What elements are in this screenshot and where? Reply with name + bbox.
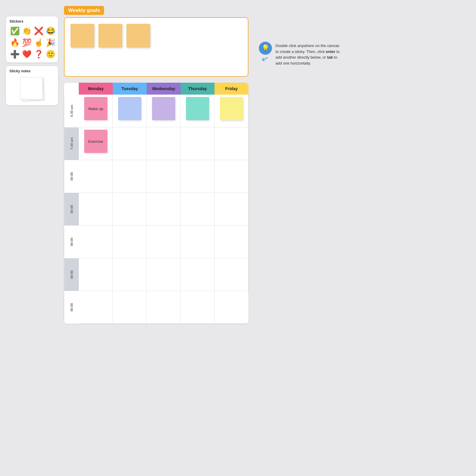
sticker-clap[interactable]: 👏 [21, 26, 32, 36]
tip-arrow: ↙ [260, 53, 270, 65]
cell-fri-730[interactable] [214, 127, 248, 160]
time-label-5: 00:00 [64, 226, 79, 258]
sticker-point-up[interactable]: ☝️ [33, 37, 44, 48]
sticky-fri-630[interactable] [220, 97, 243, 120]
sticky-notes-preview [10, 76, 54, 102]
stickers-panel: Stickers ✅ 👏 ❌ 😂 🔥 💯 ☝️ 🎉 ➕ ❤️ ❓ 🙂 [6, 16, 58, 62]
cell-tue-5[interactable] [113, 226, 147, 258]
sticker-hundred[interactable]: 💯 [21, 37, 32, 48]
sticker-plus[interactable]: ➕ [10, 49, 20, 60]
cell-fri-3[interactable] [214, 160, 248, 193]
main-content: Weekly goals Monday Tuesday Wednesday Th… [64, 6, 248, 324]
cell-mon-7[interactable] [79, 291, 113, 324]
cell-tue-4[interactable] [113, 193, 147, 226]
tip-icon-wrapper: 💡 ↙ [259, 42, 272, 55]
cell-fri-5[interactable] [214, 226, 248, 258]
sticker-laugh[interactable]: 😂 [45, 26, 56, 36]
goal-sticky-1[interactable] [71, 24, 94, 48]
note-page-3 [20, 77, 43, 99]
weekly-goals-board[interactable] [64, 17, 248, 77]
sticker-checkmark[interactable]: ✅ [10, 26, 20, 36]
bulb-icon: 💡 [262, 44, 270, 52]
cell-wed-3[interactable] [147, 160, 181, 193]
goal-sticky-2[interactable] [98, 24, 122, 48]
sticker-party[interactable]: 🎉 [45, 37, 56, 48]
day-friday: Friday [214, 83, 248, 95]
cell-fri-7[interactable] [214, 291, 248, 324]
weekly-goals-title: Weekly goals [64, 6, 104, 15]
day-thursday: Thursday [181, 83, 214, 95]
cell-thu-7[interactable] [181, 291, 214, 324]
cell-tue-730[interactable] [113, 127, 147, 160]
sticker-smile[interactable]: 🙂 [45, 49, 56, 60]
cell-thu-730[interactable] [181, 127, 214, 160]
day-monday: Monday [79, 83, 113, 95]
cell-mon-6[interactable] [79, 258, 113, 291]
sticky-wed-630[interactable] [152, 97, 175, 120]
day-tuesday: Tuesday [113, 83, 147, 95]
schedule-header-empty [64, 83, 79, 95]
note-stack [20, 77, 44, 101]
time-label-7: 00:00 [64, 291, 79, 324]
cell-fri-4[interactable] [214, 193, 248, 226]
weekly-goals-section: Weekly goals [64, 6, 248, 77]
time-label-630: 6:30 am [64, 95, 79, 127]
sticky-mon-630[interactable]: Wake up [84, 97, 107, 120]
time-label-6: 00:00 [64, 258, 79, 291]
cell-fri-6[interactable] [214, 258, 248, 291]
schedule-header: Monday Tuesday Wednesday Thursday Friday [64, 83, 248, 95]
sticker-fire[interactable]: 🔥 [10, 37, 20, 48]
goal-sticky-3[interactable] [126, 24, 150, 48]
time-label-4: 00:00 [64, 193, 79, 226]
cell-mon-730[interactable]: Exercise [79, 127, 113, 160]
sticker-grid: ✅ 👏 ❌ 😂 🔥 💯 ☝️ 🎉 ➕ ❤️ ❓ 🙂 [10, 26, 54, 60]
cell-mon-3[interactable] [79, 160, 113, 193]
cell-thu-3[interactable] [181, 160, 214, 193]
day-wednesday: Wednesday [147, 83, 181, 95]
cell-mon-630[interactable]: Wake up [79, 95, 113, 127]
cell-tue-3[interactable] [113, 160, 147, 193]
tip-icon: 💡 [259, 42, 272, 55]
cell-wed-4[interactable] [147, 193, 181, 226]
cell-thu-630[interactable] [181, 95, 214, 127]
cell-thu-4[interactable] [181, 193, 214, 226]
tip-text: Double click anywhere on the canvas to c… [275, 42, 342, 66]
cell-wed-630[interactable] [147, 95, 181, 127]
tip-box: 💡 ↙ Double click anywhere on the canvas … [259, 42, 342, 66]
cell-wed-730[interactable] [147, 127, 181, 160]
schedule-container: Monday Tuesday Wednesday Thursday Friday… [64, 83, 248, 324]
schedule-body: 6:30 am Wake up 7:30 am Exercise [64, 95, 248, 324]
sticky-notes-title: Sticky notes [10, 69, 54, 73]
sidebar: Stickers ✅ 👏 ❌ 😂 🔥 💯 ☝️ 🎉 ➕ ❤️ ❓ 🙂 Stick… [6, 16, 58, 105]
sticker-heart[interactable]: ❤️ [21, 49, 32, 60]
sticky-notes-panel[interactable]: Sticky notes [6, 66, 58, 105]
cell-wed-6[interactable] [147, 258, 181, 291]
time-label-730: 7:30 am [64, 127, 79, 160]
cell-mon-4[interactable] [79, 193, 113, 226]
stickers-title: Stickers [10, 19, 54, 24]
cell-mon-5[interactable] [79, 226, 113, 258]
cell-wed-7[interactable] [147, 291, 181, 324]
cell-thu-5[interactable] [181, 226, 214, 258]
sticker-cross[interactable]: ❌ [33, 26, 44, 36]
cell-tue-6[interactable] [113, 258, 147, 291]
cell-tue-7[interactable] [113, 291, 147, 324]
cell-wed-5[interactable] [147, 226, 181, 258]
time-label-3: 00:00 [64, 160, 79, 193]
sticky-mon-730[interactable]: Exercise [84, 130, 107, 153]
cell-thu-6[interactable] [181, 258, 214, 291]
cell-fri-630[interactable] [214, 95, 248, 127]
cell-tue-630[interactable] [113, 95, 147, 127]
sticky-thu-630[interactable] [186, 97, 209, 120]
sticker-question[interactable]: ❓ [33, 49, 44, 60]
sticky-tue-630[interactable] [118, 97, 141, 120]
